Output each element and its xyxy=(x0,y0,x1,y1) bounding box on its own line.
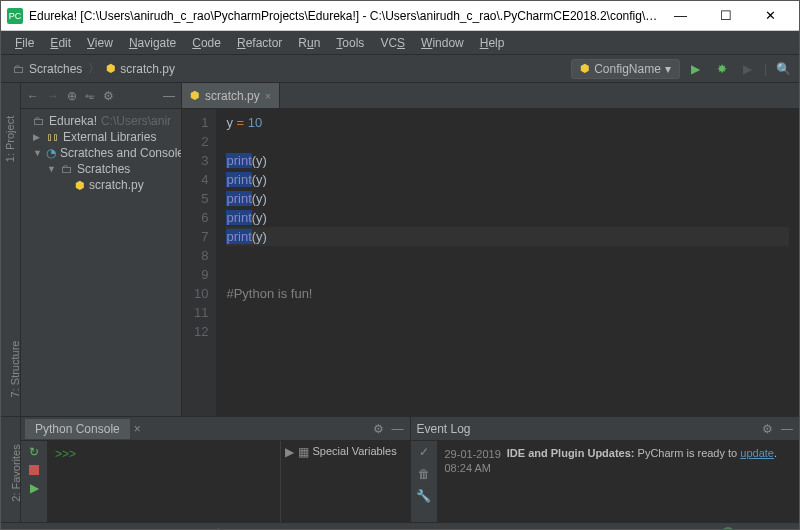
event-log-toolbar: ✓ 🗑 🔧 xyxy=(411,441,437,522)
structure-tool-button[interactable]: 7: Structure xyxy=(9,341,21,398)
run-button[interactable]: ▶ xyxy=(686,59,706,79)
tree-root: Edureka! xyxy=(49,114,97,128)
maximize-button[interactable]: ☐ xyxy=(703,1,748,31)
menu-run[interactable]: Run xyxy=(290,36,328,50)
title-bar: PC Edureka! [C:\Users\anirudh_c_rao\Pych… xyxy=(1,1,799,31)
run-coverage-button[interactable]: ▶ xyxy=(738,59,758,79)
window-title: Edureka! [C:\Users\anirudh_c_rao\Pycharm… xyxy=(29,9,658,23)
menu-edit[interactable]: Edit xyxy=(42,36,79,50)
collapse-icon[interactable]: ⥳ xyxy=(85,89,95,103)
back-icon[interactable]: ← xyxy=(27,89,39,103)
minimize-button[interactable]: — xyxy=(658,1,703,31)
breadcrumb-file: scratch.py xyxy=(120,62,175,76)
library-icon: ⫾⫾ xyxy=(47,130,59,144)
project-tree[interactable]: 🗀Edureka! C:\Users\anir ▶⫾⫾External Libr… xyxy=(21,109,181,197)
editor-tabs: ⬢ scratch.py × xyxy=(182,83,799,109)
tree-scratches: Scratches xyxy=(77,162,130,176)
event-date: 29-01-2019 xyxy=(445,447,501,461)
tree-ext-libs: External Libraries xyxy=(63,130,156,144)
event-msg: PyCharm is ready to xyxy=(635,447,741,459)
gear-icon[interactable]: ⚙ xyxy=(103,89,114,103)
menu-file[interactable]: File xyxy=(7,36,42,50)
folder-icon: 🗀 xyxy=(13,62,25,76)
menu-refactor[interactable]: Refactor xyxy=(229,36,290,50)
gear-icon[interactable]: ⚙ xyxy=(373,422,384,436)
python-console-panel: Python Console × ⚙— ↻ ▶ >>> ▶ ▦ Special … xyxy=(21,417,411,522)
left-tool-strip: 1: Project 7: Structure xyxy=(1,83,21,416)
nav-bar: 🗀 Scratches 〉 ⬢ scratch.py ⬢ ConfigName … xyxy=(1,55,799,83)
wrench-icon[interactable]: 🔧 xyxy=(416,489,431,503)
trash-icon[interactable]: 🗑 xyxy=(418,467,430,481)
forward-icon[interactable]: → xyxy=(47,89,59,103)
vars-icon: ▦ xyxy=(298,445,309,459)
favorites-tool-button[interactable]: 2: Favorites xyxy=(10,444,22,501)
project-toolbar: ← → ⊕ ⥳ ⚙ — xyxy=(21,83,181,109)
breadcrumb-root: Scratches xyxy=(29,62,82,76)
update-link[interactable]: update xyxy=(740,447,774,459)
python-file-icon: ⬢ xyxy=(190,89,200,102)
run-icon[interactable]: ▶ xyxy=(30,481,39,495)
console-output[interactable]: >>> xyxy=(47,441,280,522)
tab-label: scratch.py xyxy=(205,89,260,103)
hide-icon[interactable]: — xyxy=(392,422,404,436)
code-editor[interactable]: 123 456 789 101112 y = 10 print(y) print… xyxy=(182,109,799,416)
run-config-label: ConfigName xyxy=(594,62,661,76)
left-tool-strip-bottom: 2: Favorites xyxy=(1,417,21,522)
menu-code[interactable]: Code xyxy=(184,36,229,50)
editor-area: ⬢ scratch.py × 123 456 789 101112 y = 10… xyxy=(181,83,799,416)
event-log-panel: Event Log ⚙— ✓ 🗑 🔧 29-01-2019 08:24 AM I… xyxy=(411,417,800,522)
hide-icon[interactable]: — xyxy=(781,422,793,436)
debug-button[interactable]: ✸ xyxy=(712,59,732,79)
menu-vcs[interactable]: VCS xyxy=(372,36,413,50)
scratch-icon: ◔ xyxy=(46,146,56,160)
project-tool-button[interactable]: 1: Project xyxy=(4,116,16,162)
breadcrumb[interactable]: 🗀 Scratches 〉 ⬢ scratch.py xyxy=(7,60,181,77)
console-tab[interactable]: Python Console xyxy=(25,419,130,439)
tree-file: scratch.py xyxy=(89,178,144,192)
rerun-icon[interactable]: ↻ xyxy=(29,445,39,459)
gear-icon[interactable]: ⚙ xyxy=(762,422,773,436)
menu-bar: File Edit View Navigate Code Refactor Ru… xyxy=(1,31,799,55)
chevron-down-icon: ▾ xyxy=(665,62,671,76)
event-log-title: Event Log xyxy=(417,422,471,436)
menu-tools[interactable]: Tools xyxy=(328,36,372,50)
menu-view[interactable]: View xyxy=(79,36,121,50)
hide-panel-icon[interactable]: — xyxy=(163,89,175,103)
variables-pane[interactable]: ▶ ▦ Special Variables xyxy=(280,441,410,522)
menu-window[interactable]: Window xyxy=(413,36,472,50)
check-icon[interactable]: ✓ xyxy=(419,445,429,459)
special-vars-label: Special Variables xyxy=(313,445,397,457)
close-tab-icon[interactable]: × xyxy=(265,90,271,102)
stop-icon[interactable] xyxy=(29,465,39,475)
code-content[interactable]: y = 10 print(y) print(y) print(y) print(… xyxy=(216,109,799,416)
close-button[interactable]: ✕ xyxy=(748,1,793,31)
close-icon[interactable]: × xyxy=(134,422,141,436)
editor-tab[interactable]: ⬢ scratch.py × xyxy=(182,83,280,108)
folder-icon: 🗀 xyxy=(61,162,73,176)
search-button[interactable]: 🔍 xyxy=(773,59,793,79)
python-file-icon: ⬢ xyxy=(106,62,116,75)
run-config-selector[interactable]: ⬢ ConfigName ▾ xyxy=(571,59,680,79)
folder-icon: 🗀 xyxy=(33,114,45,128)
expand-icon[interactable]: ▶ xyxy=(285,445,294,459)
menu-navigate[interactable]: Navigate xyxy=(121,36,184,50)
bottom-tool-strip: ▶ 4: Run ≣ 6: TODO ▣ Terminal ⬢ Python C… xyxy=(1,522,799,530)
event-time: 08:24 AM xyxy=(445,461,501,475)
event-log-content[interactable]: 29-01-2019 08:24 AM IDE and Plugin Updat… xyxy=(437,441,800,522)
tree-root-path: C:\Users\anir xyxy=(101,114,171,128)
event-bold: IDE and Plugin Updates: xyxy=(507,447,635,459)
console-side-toolbar: ↻ ▶ xyxy=(21,441,47,522)
target-icon[interactable]: ⊕ xyxy=(67,89,77,103)
python-file-icon: ⬢ xyxy=(75,179,85,192)
console-prompt: >>> xyxy=(55,447,76,461)
app-icon: PC xyxy=(7,8,23,24)
python-icon: ⬢ xyxy=(580,62,590,75)
tree-scratches-consoles: Scratches and Consoles xyxy=(60,146,190,160)
menu-help[interactable]: Help xyxy=(472,36,513,50)
line-gutter: 123 456 789 101112 xyxy=(182,109,216,416)
project-panel: ← → ⊕ ⥳ ⚙ — 🗀Edureka! C:\Users\anir ▶⫾⫾E… xyxy=(21,83,181,333)
